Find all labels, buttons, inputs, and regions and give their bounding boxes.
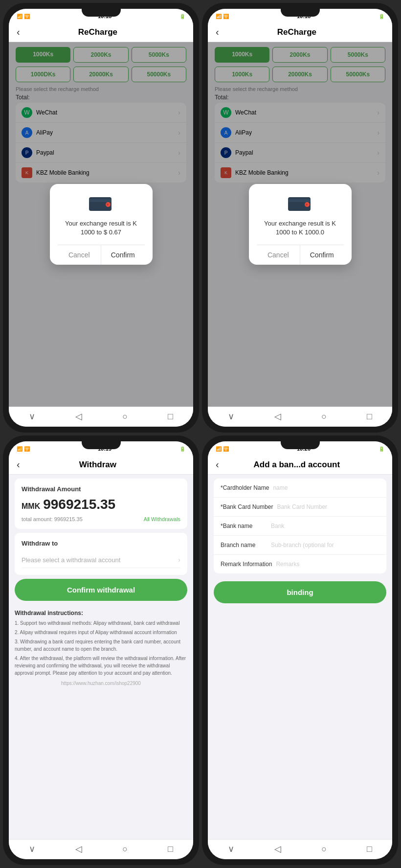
nav-down-icon-3[interactable]: ∨: [29, 844, 35, 854]
form-row-remark: Remark Information Remarks: [214, 555, 386, 573]
nav-down-icon-2[interactable]: ∨: [228, 411, 234, 422]
nav-back-icon-2[interactable]: ◁: [274, 411, 281, 422]
wallet-icon-2: [287, 194, 313, 213]
status-left-3: 📶 🛜: [17, 446, 30, 452]
notch-4: [281, 441, 320, 449]
dialog-cancel-2[interactable]: Cancel: [257, 245, 301, 265]
bankname-label: *Bank name: [221, 523, 267, 529]
dialog-text-1: Your exchange result is K 1000 to $ 0.67: [58, 219, 145, 237]
nav-home-icon-2[interactable]: ○: [321, 411, 327, 422]
nav-down-icon-1[interactable]: ∨: [29, 411, 35, 422]
phone-4-screen: 📶 🛜 10:20 🔋 ‹ Add a ban...d account *Car…: [208, 441, 392, 859]
form-row-cardnumber: *Bank Card Number Bank Card Number: [214, 498, 386, 517]
dialog-overlay-2: Your exchange result is K 1000 to K 1000…: [208, 42, 392, 407]
nav-bar-3: ‹ Withdraw: [9, 455, 193, 475]
svg-rect-5: [288, 199, 311, 202]
confirm-withdrawal-button[interactable]: Confirm withdrawal: [15, 579, 187, 601]
nav-back-icon-1[interactable]: ◁: [75, 411, 82, 422]
dialog-box-2: Your exchange result is K 1000 to K 1000…: [249, 184, 352, 265]
dialog-icon-1: [88, 194, 114, 213]
wallet-icon-1: [88, 194, 114, 213]
signal-icon-4: 📶: [216, 446, 222, 452]
nav-title-2: ReCharge: [223, 27, 371, 37]
nav-square-icon-3[interactable]: □: [168, 844, 173, 854]
withdrawal-amount-heading: Withdrawal Amount: [22, 485, 180, 493]
back-button-3[interactable]: ‹: [17, 459, 20, 470]
dialog-confirm-2[interactable]: Confirm: [300, 245, 344, 265]
remark-placeholder[interactable]: Remarks: [276, 561, 299, 568]
back-button-4[interactable]: ‹: [216, 459, 219, 470]
back-button-1[interactable]: ‹: [17, 26, 20, 38]
instructions-text: 1. Support two withdrawal methods: Alipa…: [15, 619, 187, 677]
battery-icon-4: 🔋: [379, 446, 384, 452]
form-row-cardholder: *Cardholder Name name: [214, 479, 386, 498]
cardholder-placeholder[interactable]: name: [273, 484, 288, 491]
nav-square-icon-4[interactable]: □: [367, 844, 372, 854]
instructions-title: Withdrawal instructions:: [15, 610, 187, 617]
nav-down-icon-4[interactable]: ∨: [228, 844, 234, 854]
form-row-bankname: *Bank name Bank: [214, 517, 386, 536]
battery-icon-3: 🔋: [179, 446, 185, 452]
status-right-2: 🔋: [379, 14, 384, 19]
nav-title-3: Withdraw: [24, 460, 172, 470]
back-button-2[interactable]: ‹: [216, 26, 219, 38]
status-left-4: 📶 🛜: [216, 446, 229, 452]
nav-bar-4: ‹ Add a ban...d account: [208, 455, 392, 475]
battery-icon-1: 🔋: [179, 14, 185, 19]
bottom-nav-2: ∨ ◁ ○ □: [208, 407, 392, 427]
withdraw-to-section: Withdraw to Please select a withdrawal a…: [15, 533, 187, 575]
nav-bar-2: ‹ ReCharge: [208, 23, 392, 42]
dialog-cancel-1[interactable]: Cancel: [58, 245, 102, 265]
nav-home-icon-3[interactable]: ○: [122, 844, 128, 854]
nav-back-icon-3[interactable]: ◁: [75, 844, 82, 854]
battery-icon-2: 🔋: [379, 14, 384, 19]
dialog-icon-2: [287, 194, 313, 213]
svg-point-7: [306, 204, 308, 206]
signal-icon-3: 📶: [17, 446, 22, 452]
recharge-content-2: 1000Ks 2000Ks 5000Ks 1000Ks 20000Ks 5000…: [208, 42, 392, 407]
branchname-label: Branch name: [221, 542, 267, 548]
status-right-1: 🔋: [179, 14, 185, 19]
withdrawal-amount-card: Withdrawal Amount MMK 9969215.35 total a…: [15, 479, 187, 529]
nav-title-1: ReCharge: [24, 27, 172, 37]
binding-button[interactable]: binding: [214, 581, 386, 603]
bankname-placeholder[interactable]: Bank: [271, 523, 284, 529]
status-left-2: 📶 🛜: [216, 14, 229, 19]
instruction-4: 4. After the withdrawal, the platform wi…: [15, 655, 187, 677]
branchname-placeholder[interactable]: Sub-branch (optional for: [271, 542, 334, 548]
dialog-text-2: Your exchange result is K 1000 to K 1000…: [257, 219, 344, 237]
bank-content-4: *Cardholder Name name *Bank Card Number …: [208, 475, 392, 839]
nav-back-icon-4[interactable]: ◁: [274, 844, 281, 854]
cardnumber-placeholder[interactable]: Bank Card Number: [277, 503, 327, 510]
nav-square-icon-1[interactable]: □: [168, 411, 173, 422]
phone-3-screen: 📶 🛜 10:19 🔋 ‹ Withdraw Withdrawal Amount…: [9, 441, 193, 859]
select-account-placeholder: Please select a withdrawal account: [22, 556, 120, 564]
svg-point-3: [107, 204, 109, 206]
status-right-4: 🔋: [379, 446, 384, 452]
select-arrow-icon: ›: [178, 556, 180, 564]
cardholder-label: *Cardholder Name: [221, 484, 269, 491]
wifi-icon-4: 🛜: [223, 446, 229, 452]
currency-label-3: MMK: [22, 502, 40, 511]
nav-square-icon-2[interactable]: □: [367, 411, 372, 422]
withdraw-content-3: Withdrawal Amount MMK 9969215.35 total a…: [9, 475, 193, 839]
amount-display-3: MMK 9969215.35: [22, 497, 180, 512]
nav-home-icon-1[interactable]: ○: [122, 411, 128, 422]
instruction-2: 2. Alipay withdrawal requires input of A…: [15, 629, 187, 636]
nav-home-icon-4[interactable]: ○: [321, 844, 327, 854]
watermark-3: https://www.huzhan.com/ishop22900: [15, 679, 187, 688]
form-row-branchname: Branch name Sub-branch (optional for: [214, 536, 386, 555]
remark-label: Remark Information: [221, 561, 272, 568]
signal-icon-2: 📶: [216, 14, 222, 19]
bottom-nav-1: ∨ ◁ ○ □: [9, 407, 193, 427]
bottom-nav-3: ∨ ◁ ○ □: [9, 839, 193, 859]
nav-title-4: Add a ban...d account: [223, 460, 371, 470]
status-left-1: 📶 🛜: [17, 14, 30, 19]
all-withdrawals-link[interactable]: All Withdrawals: [144, 516, 180, 522]
instruction-3: 3. Withdrawing a bank card requires ente…: [15, 638, 187, 653]
instructions-section: Withdrawal instructions: 1. Support two …: [9, 605, 193, 839]
select-account-row[interactable]: Please select a withdrawal account ›: [22, 552, 180, 568]
wifi-icon-2: 🛜: [223, 14, 229, 19]
nav-bar-1: ‹ ReCharge: [9, 23, 193, 42]
dialog-confirm-1[interactable]: Confirm: [101, 245, 145, 265]
